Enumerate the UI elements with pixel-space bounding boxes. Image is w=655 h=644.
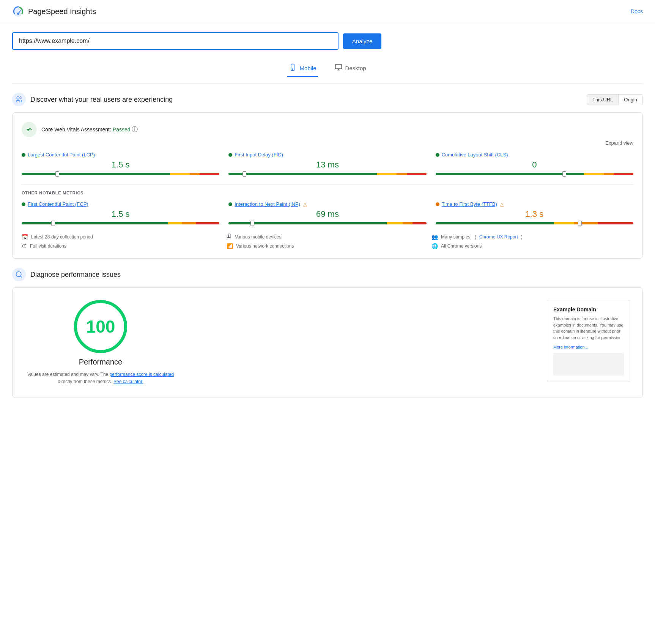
screenshot-more-link[interactable]: More information...: [553, 345, 588, 349]
lcp-name[interactable]: Largest Contentful Paint (LCP): [28, 152, 95, 158]
score-note-text: Values are estimated and may vary. The: [27, 372, 108, 377]
expand-view-link[interactable]: Expand view: [22, 140, 633, 146]
meta-chrome-text: All Chrome versions: [441, 243, 482, 249]
lcp-status-dot: [22, 153, 25, 157]
url-origin-toggle: This URL Origin: [587, 94, 643, 105]
tabs-container: Mobile Desktop: [12, 57, 643, 84]
metric-ttfb-label-row: Time to First Byte (TTFB) △: [436, 201, 633, 207]
fid-bar-green: [228, 173, 377, 175]
cls-value: 0: [436, 160, 633, 170]
inp-value: 69 ms: [228, 209, 426, 219]
fid-name[interactable]: First Input Delay (FID): [235, 152, 283, 158]
screenshot-title: Example Domain: [553, 306, 624, 313]
ttfb-bar: [436, 222, 633, 224]
cls-name[interactable]: Cumulative Layout Shift (CLS): [442, 152, 508, 158]
fid-bar-track: [228, 173, 426, 175]
cls-bar-track: [436, 173, 633, 175]
chrome-ux-report-link[interactable]: Chrome UX Report: [479, 234, 518, 240]
diagnose-header: Diagnose performance issues: [12, 268, 643, 281]
meta-devices-text: Various mobile devices: [235, 234, 282, 240]
meta-samples: 👥 Many samples (Chrome UX Report): [431, 234, 633, 240]
see-calculator-link[interactable]: See calculator.: [113, 379, 143, 384]
fid-value: 13 ms: [228, 160, 426, 170]
metrics-divider: [22, 184, 633, 185]
tab-desktop[interactable]: Desktop: [333, 60, 368, 77]
inp-marker: [250, 221, 254, 226]
search-bar: Analyze: [12, 32, 643, 50]
fid-marker: [242, 171, 246, 177]
timer-icon: ⏱: [22, 243, 27, 249]
meta-info: 📅 Latest 28-day collection period Variou…: [22, 234, 633, 249]
fcp-bar-orange: [182, 222, 195, 224]
metric-inp-label-row: Interaction to Next Paint (INP) △: [228, 201, 426, 207]
cls-bar: [436, 173, 633, 175]
ttfb-name[interactable]: Time to First Byte (TTFB): [442, 201, 497, 207]
desktop-icon: [335, 63, 342, 73]
cwv-card: Core Web Vitals Assessment: Passed ⓘ Exp…: [12, 112, 643, 259]
fcp-value: 1.5 s: [22, 209, 219, 219]
docs-link[interactable]: Docs: [631, 8, 643, 14]
svg-point-10: [27, 129, 29, 130]
lcp-bar: [22, 173, 219, 175]
inp-experimental-icon: △: [303, 202, 307, 207]
fcp-name[interactable]: First Contentful Paint (FCP): [28, 201, 88, 207]
ttfb-marker: [578, 221, 582, 226]
cwv-assessment-label: Core Web Vitals Assessment: Passed ⓘ: [41, 126, 138, 134]
origin-button[interactable]: Origin: [618, 95, 642, 105]
metric-cls-label-row: Cumulative Layout Shift (CLS): [436, 152, 633, 158]
metric-ttfb: Time to First Byte (TTFB) △ 1.3 s: [436, 201, 633, 226]
metric-lcp-label-row: Largest Contentful Paint (LCP): [22, 152, 219, 158]
samples-icon: 👥: [431, 234, 438, 240]
svg-rect-5: [335, 65, 342, 69]
meta-samples-text: Many samples: [441, 234, 470, 240]
metric-fid: First Input Delay (FID) 13 ms: [228, 152, 426, 177]
score-note-mid2: directly from these metrics.: [58, 379, 112, 384]
ttfb-bar-orange: [574, 222, 598, 224]
cwv-info-icon[interactable]: ⓘ: [132, 126, 138, 133]
lcp-value: 1.5 s: [22, 160, 219, 170]
meta-visit-text: Full visit durations: [30, 243, 66, 249]
svg-point-4: [293, 69, 293, 69]
ttfb-bar-yellow: [554, 222, 574, 224]
diagnose-icon: [12, 268, 26, 281]
mobile-icon: [289, 63, 296, 73]
fid-status-dot: [228, 153, 232, 157]
app-title: PageSpeed Insights: [28, 7, 96, 16]
tab-mobile[interactable]: Mobile: [287, 60, 318, 77]
pagespeed-logo: [12, 5, 24, 17]
ttfb-bar-green: [436, 222, 554, 224]
cls-marker: [562, 171, 566, 177]
inp-bar-track: [228, 222, 426, 224]
metric-lcp: Largest Contentful Paint (LCP) 1.5 s: [22, 152, 219, 177]
screenshot-card: Example Domain This domain is for use in…: [547, 300, 630, 382]
inp-status-dot: [228, 202, 232, 206]
score-note: Values are estimated and may vary. The p…: [25, 371, 176, 385]
calendar-icon: 📅: [22, 234, 28, 240]
ttfb-bar-red: [598, 222, 633, 224]
lcp-bar-yellow: [170, 173, 190, 175]
cwv-header: Core Web Vitals Assessment: Passed ⓘ: [22, 122, 633, 137]
lcp-bar-green: [22, 173, 170, 175]
metric-inp: Interaction to Next Paint (INP) △ 69 ms: [228, 201, 426, 226]
fid-bar-yellow: [377, 173, 397, 175]
fid-bar: [228, 173, 426, 175]
inp-name[interactable]: Interaction to Next Paint (INP): [235, 201, 300, 207]
analyze-button[interactable]: Analyze: [343, 33, 381, 49]
svg-point-8: [17, 97, 19, 99]
header: PageSpeed Insights Docs: [0, 0, 655, 23]
url-input[interactable]: [12, 32, 339, 50]
field-data-title: Discover what your real users are experi…: [30, 96, 173, 104]
svg-line-15: [20, 276, 22, 278]
perf-score-calc-link[interactable]: performance score is calculated: [110, 372, 174, 377]
cwv-label-text: Core Web Vitals Assessment:: [41, 126, 111, 133]
meta-visit-duration: ⏱ Full visit durations: [22, 243, 224, 249]
score-circle: 100: [74, 300, 127, 353]
inp-bar: [228, 222, 426, 224]
network-icon: 📶: [227, 243, 233, 249]
lcp-bar-orange: [190, 173, 200, 175]
screenshot-placeholder: [553, 353, 624, 376]
ttfb-value: 1.3 s: [436, 209, 633, 219]
inp-bar-orange: [403, 222, 413, 224]
score-number: 100: [86, 316, 115, 337]
this-url-button[interactable]: This URL: [587, 95, 618, 105]
